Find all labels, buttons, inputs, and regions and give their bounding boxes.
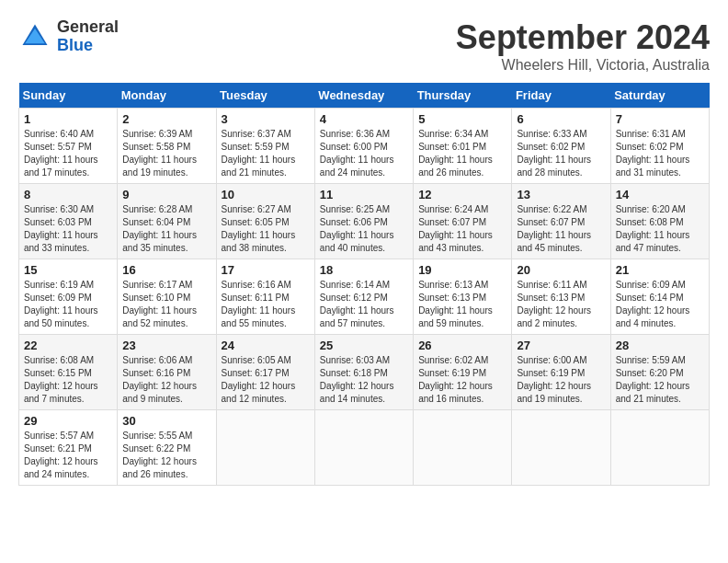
day-info: Sunrise: 6:08 AM Sunset: 6:15 PM Dayligh…	[24, 354, 112, 406]
day-number: 11	[320, 188, 408, 201]
calendar-cell: 11Sunrise: 6:25 AM Sunset: 6:06 PM Dayli…	[314, 184, 413, 259]
logo-blue: Blue	[57, 36, 93, 54]
day-info: Sunrise: 6:17 AM Sunset: 6:10 PM Dayligh…	[122, 279, 210, 330]
day-info: Sunrise: 6:11 AM Sunset: 6:13 PM Dayligh…	[517, 279, 605, 330]
calendar-cell: 22Sunrise: 6:08 AM Sunset: 6:15 PM Dayli…	[19, 335, 118, 410]
day-info: Sunrise: 6:16 AM Sunset: 6:11 PM Dayligh…	[222, 279, 310, 330]
day-info: Sunrise: 6:00 AM Sunset: 6:19 PM Dayligh…	[517, 354, 605, 406]
calendar-cell	[610, 410, 709, 486]
day-info: Sunrise: 5:57 AM Sunset: 6:21 PM Dayligh…	[24, 430, 112, 481]
calendar-cell: 7Sunrise: 6:31 AM Sunset: 6:02 PM Daylig…	[610, 109, 709, 184]
day-number: 25	[320, 339, 408, 352]
calendar-cell	[314, 410, 413, 486]
calendar-cell: 12Sunrise: 6:24 AM Sunset: 6:07 PM Dayli…	[414, 184, 512, 259]
month-title: September 2024	[456, 18, 710, 57]
day-info: Sunrise: 6:31 AM Sunset: 6:02 PM Dayligh…	[616, 128, 704, 179]
day-info: Sunrise: 6:09 AM Sunset: 6:14 PM Dayligh…	[616, 279, 704, 330]
calendar-cell: 3Sunrise: 6:37 AM Sunset: 5:59 PM Daylig…	[216, 109, 314, 184]
header-sunday: Sunday	[19, 83, 118, 109]
header-thursday: Thursday	[414, 83, 512, 109]
day-info: Sunrise: 6:36 AM Sunset: 6:00 PM Dayligh…	[320, 128, 408, 179]
day-info: Sunrise: 6:30 AM Sunset: 6:03 PM Dayligh…	[24, 203, 112, 255]
day-number: 2	[122, 112, 210, 126]
calendar-cell: 23Sunrise: 6:06 AM Sunset: 6:16 PM Dayli…	[118, 335, 216, 410]
day-info: Sunrise: 6:14 AM Sunset: 6:12 PM Dayligh…	[320, 279, 408, 330]
calendar-cell: 17Sunrise: 6:16 AM Sunset: 6:11 PM Dayli…	[216, 259, 314, 335]
calendar-cell: 16Sunrise: 6:17 AM Sunset: 6:10 PM Dayli…	[118, 259, 216, 335]
day-info: Sunrise: 6:05 AM Sunset: 6:17 PM Dayligh…	[222, 354, 310, 406]
day-info: Sunrise: 6:25 AM Sunset: 6:06 PM Dayligh…	[320, 203, 408, 255]
calendar-cell: 2Sunrise: 6:39 AM Sunset: 5:58 PM Daylig…	[118, 109, 216, 184]
day-number: 6	[517, 112, 605, 126]
calendar-week-row: 22Sunrise: 6:08 AM Sunset: 6:15 PM Dayli…	[19, 335, 710, 410]
day-info: Sunrise: 6:03 AM Sunset: 6:18 PM Dayligh…	[320, 354, 408, 406]
day-number: 12	[418, 188, 506, 201]
location-title: Wheelers Hill, Victoria, Australia	[456, 57, 710, 74]
calendar-cell: 19Sunrise: 6:13 AM Sunset: 6:13 PM Dayli…	[414, 259, 512, 335]
day-number: 20	[517, 263, 605, 277]
day-number: 24	[222, 339, 310, 352]
day-number: 3	[222, 112, 310, 126]
day-number: 1	[24, 112, 112, 126]
day-number: 15	[24, 263, 112, 277]
day-info: Sunrise: 6:24 AM Sunset: 6:07 PM Dayligh…	[418, 203, 506, 255]
day-number: 5	[418, 112, 506, 126]
day-info: Sunrise: 6:40 AM Sunset: 5:57 PM Dayligh…	[24, 128, 112, 179]
calendar-cell: 20Sunrise: 6:11 AM Sunset: 6:13 PM Dayli…	[512, 259, 610, 335]
calendar-week-row: 8Sunrise: 6:30 AM Sunset: 6:03 PM Daylig…	[19, 184, 710, 259]
day-number: 29	[24, 414, 112, 428]
calendar-cell: 14Sunrise: 6:20 AM Sunset: 6:08 PM Dayli…	[610, 184, 709, 259]
day-number: 9	[122, 188, 210, 201]
calendar-cell: 30Sunrise: 5:55 AM Sunset: 6:22 PM Dayli…	[118, 410, 216, 486]
calendar-week-row: 15Sunrise: 6:19 AM Sunset: 6:09 PM Dayli…	[19, 259, 710, 335]
day-number: 21	[616, 263, 704, 277]
day-info: Sunrise: 6:37 AM Sunset: 5:59 PM Dayligh…	[222, 128, 310, 179]
header-wednesday: Wednesday	[314, 83, 413, 109]
calendar-cell: 6Sunrise: 6:33 AM Sunset: 6:02 PM Daylig…	[512, 109, 610, 184]
day-info: Sunrise: 5:59 AM Sunset: 6:20 PM Dayligh…	[616, 354, 704, 406]
calendar-cell: 5Sunrise: 6:34 AM Sunset: 6:01 PM Daylig…	[414, 109, 512, 184]
calendar-cell: 8Sunrise: 6:30 AM Sunset: 6:03 PM Daylig…	[19, 184, 118, 259]
day-number: 18	[320, 263, 408, 277]
day-number: 28	[616, 339, 704, 352]
calendar-table: Sunday Monday Tuesday Wednesday Thursday…	[18, 83, 710, 486]
day-info: Sunrise: 6:13 AM Sunset: 6:13 PM Dayligh…	[418, 279, 506, 330]
calendar-cell: 25Sunrise: 6:03 AM Sunset: 6:18 PM Dayli…	[314, 335, 413, 410]
calendar-cell	[414, 410, 512, 486]
calendar-cell: 15Sunrise: 6:19 AM Sunset: 6:09 PM Dayli…	[19, 259, 118, 335]
day-number: 14	[616, 188, 704, 201]
header-saturday: Saturday	[610, 83, 709, 109]
day-number: 26	[418, 339, 506, 352]
calendar-cell: 9Sunrise: 6:28 AM Sunset: 6:04 PM Daylig…	[118, 184, 216, 259]
day-number: 4	[320, 112, 408, 126]
calendar-cell: 18Sunrise: 6:14 AM Sunset: 6:12 PM Dayli…	[314, 259, 413, 335]
logo-general: General	[57, 17, 119, 36]
calendar-cell	[512, 410, 610, 486]
day-number: 30	[122, 414, 210, 428]
day-number: 23	[122, 339, 210, 352]
header-friday: Friday	[512, 83, 610, 109]
calendar-cell	[216, 410, 314, 486]
title-section: September 2024 Wheelers Hill, Victoria, …	[456, 18, 710, 74]
day-info: Sunrise: 5:55 AM Sunset: 6:22 PM Dayligh…	[122, 430, 210, 481]
header-monday: Monday	[118, 83, 216, 109]
page-header: General Blue September 2024 Wheelers Hil…	[18, 18, 710, 74]
day-number: 13	[517, 188, 605, 201]
calendar-cell: 29Sunrise: 5:57 AM Sunset: 6:21 PM Dayli…	[19, 410, 118, 486]
day-info: Sunrise: 6:27 AM Sunset: 6:05 PM Dayligh…	[222, 203, 310, 255]
calendar-week-row: 1Sunrise: 6:40 AM Sunset: 5:57 PM Daylig…	[19, 109, 710, 184]
calendar-cell: 13Sunrise: 6:22 AM Sunset: 6:07 PM Dayli…	[512, 184, 610, 259]
calendar-cell: 10Sunrise: 6:27 AM Sunset: 6:05 PM Dayli…	[216, 184, 314, 259]
day-number: 22	[24, 339, 112, 352]
day-info: Sunrise: 6:34 AM Sunset: 6:01 PM Dayligh…	[418, 128, 506, 179]
day-number: 17	[222, 263, 310, 277]
calendar-cell: 21Sunrise: 6:09 AM Sunset: 6:14 PM Dayli…	[610, 259, 709, 335]
logo-text: General Blue	[57, 18, 119, 55]
calendar-cell: 26Sunrise: 6:02 AM Sunset: 6:19 PM Dayli…	[414, 335, 512, 410]
calendar-week-row: 29Sunrise: 5:57 AM Sunset: 6:21 PM Dayli…	[19, 410, 710, 486]
calendar-cell: 28Sunrise: 5:59 AM Sunset: 6:20 PM Dayli…	[610, 335, 709, 410]
day-number: 16	[122, 263, 210, 277]
day-number: 27	[517, 339, 605, 352]
day-info: Sunrise: 6:33 AM Sunset: 6:02 PM Dayligh…	[517, 128, 605, 179]
day-info: Sunrise: 6:28 AM Sunset: 6:04 PM Dayligh…	[122, 203, 210, 255]
